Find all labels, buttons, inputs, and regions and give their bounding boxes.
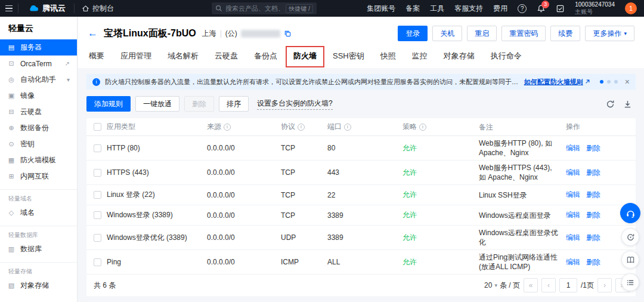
carousel-dot[interactable]	[600, 80, 603, 84]
info-icon[interactable]: i	[344, 124, 351, 131]
brand-logo[interactable]: 腾讯云	[18, 3, 74, 14]
row-checkbox[interactable]	[94, 191, 101, 199]
firewall-rules-help-link[interactable]: 如何配置防火墙规则	[524, 78, 590, 87]
row-checkbox[interactable]	[94, 258, 101, 266]
global-search[interactable]: 快捷键 /	[212, 2, 317, 14]
copy-icon[interactable]	[284, 30, 292, 38]
edit-link[interactable]: 编辑	[566, 190, 580, 200]
guide-button[interactable]	[621, 273, 639, 291]
first-page-button[interactable]: «	[524, 278, 538, 292]
download-icon[interactable]	[623, 100, 632, 109]
login-button[interactable]: 登录	[398, 26, 428, 41]
tab-app-management[interactable]: 应用管理	[120, 51, 151, 61]
hamburger-menu-icon[interactable]	[0, 0, 18, 17]
carousel-dot[interactable]	[614, 80, 618, 84]
refresh-icon[interactable]	[606, 100, 615, 109]
message-note-icon[interactable]	[556, 4, 565, 13]
edit-link[interactable]: 编辑	[566, 257, 580, 267]
delete-link[interactable]: 删除	[586, 233, 600, 243]
search-input[interactable]	[225, 5, 283, 12]
menu-tools[interactable]: 工具	[430, 4, 444, 14]
console-label: 控制台	[92, 4, 114, 14]
tab-backup-point[interactable]: 备份点	[254, 51, 277, 61]
next-page-button[interactable]: ›	[597, 278, 612, 292]
sidebar-item-backup[interactable]: ⊕ 数据备份	[0, 120, 77, 136]
region-label: 上海	[202, 29, 216, 39]
sidebar-item-key[interactable]: ⊙ 密钥	[0, 136, 77, 152]
help-icon[interactable]: ?	[518, 4, 527, 13]
carousel-dot[interactable]	[607, 80, 611, 84]
sidebar-item-domain[interactable]: ◇ 域名	[0, 205, 77, 221]
image-icon: ▣	[7, 92, 16, 100]
row-checkbox[interactable]	[94, 169, 101, 177]
renew-button[interactable]: 续费	[550, 26, 580, 41]
tab-ssh-key[interactable]: SSH密钥	[333, 51, 364, 61]
sidebar-item-private-network[interactable]: ⊞ 内网互联	[0, 168, 77, 184]
tab-overview[interactable]: 概要	[89, 51, 104, 61]
info-icon[interactable]: i	[224, 124, 231, 131]
cell-app-type: Ping	[107, 258, 207, 266]
close-icon[interactable]: ×	[625, 78, 630, 86]
menu-billing[interactable]: 费用	[493, 4, 507, 14]
table-row: HTTPS (443) 0.0.0.0/0 TCP 443 允许 Web服务HT…	[86, 161, 636, 185]
avatar[interactable]: 1	[625, 2, 637, 14]
prev-page-button[interactable]: ‹	[541, 278, 556, 292]
reset-password-button[interactable]: 重置密码	[501, 26, 546, 41]
tab-snapshot[interactable]: 快照	[380, 51, 396, 61]
add-rule-button[interactable]: 添加规则	[86, 96, 131, 112]
menu-support[interactable]: 客服支持	[454, 4, 483, 14]
sidebar-item-firewall-template[interactable]: ▦ 防火墙模板	[0, 152, 77, 168]
info-icon[interactable]: i	[419, 124, 426, 131]
open-all-button[interactable]: 一键放通	[135, 96, 179, 112]
edit-link[interactable]: 编辑	[566, 168, 580, 178]
tab-domain-resolution[interactable]: 域名解析	[168, 51, 199, 61]
notification-bell[interactable]: 3	[537, 4, 546, 13]
cell-remark: Windows远程桌面登录优化	[479, 228, 566, 247]
restart-button[interactable]: 重启	[467, 26, 497, 41]
support-chat-button[interactable]	[620, 203, 640, 223]
docs-button[interactable]	[621, 251, 639, 269]
account-info[interactable]: 100036247034 主账号	[575, 1, 615, 16]
current-page[interactable]: 1	[559, 278, 577, 292]
menu-icp[interactable]: 备案	[405, 4, 420, 14]
tab-cloud-disk[interactable]: 云硬盘	[215, 51, 238, 61]
page-size-select[interactable]: 20 ▾ 条 / 页	[484, 281, 520, 291]
sidebar-item-cloud-disk[interactable]: ⊟ 云硬盘	[0, 104, 77, 120]
storage-icon: ▧	[7, 282, 16, 289]
delete-link[interactable]: 删除	[586, 168, 600, 178]
back-arrow-icon[interactable]: ←	[88, 27, 98, 39]
tab-monitor[interactable]: 监控	[412, 51, 428, 61]
delete-link[interactable]: 删除	[586, 143, 600, 153]
edit-link[interactable]: 编辑	[566, 210, 580, 220]
sidebar-item-automation[interactable]: ◎ 自动化助手 ▾	[0, 72, 77, 88]
delete-button[interactable]: 删除	[184, 96, 214, 112]
sort-button[interactable]: 排序	[219, 96, 249, 112]
row-checkbox[interactable]	[94, 234, 101, 242]
delete-link[interactable]: 删除	[586, 190, 600, 200]
sidebar-item-label: 防火墙模板	[20, 155, 56, 165]
shutdown-button[interactable]: 关机	[432, 26, 462, 41]
tab-object-storage[interactable]: 对象存储	[444, 51, 475, 61]
select-all-checkbox[interactable]	[94, 123, 101, 131]
sidebar-item-object-storage[interactable]: ▧ 对象存储	[0, 278, 77, 294]
tab-firewall[interactable]: 防火墙	[293, 51, 317, 61]
row-checkbox[interactable]	[94, 144, 101, 152]
edit-link[interactable]: 编辑	[566, 233, 580, 243]
tab-run-command[interactable]: 执行命令	[491, 51, 522, 61]
edit-link[interactable]: 编辑	[566, 143, 580, 153]
multi-instance-firewall-link[interactable]: 设置多台实例的防火墙?	[257, 98, 333, 110]
sidebar-item-image[interactable]: ▣ 镜像	[0, 88, 77, 104]
info-icon[interactable]: i	[298, 124, 305, 131]
delete-link[interactable]: 删除	[586, 210, 600, 220]
row-checkbox[interactable]	[94, 211, 101, 219]
sidebar-item-database[interactable]: ▥ 数据库	[0, 241, 77, 257]
sidebar-item-orcaterm[interactable]: ⊡ OrcaTerm ↗	[0, 56, 77, 72]
sidebar-item-server[interactable]: ▤ 服务器	[0, 39, 77, 56]
menu-group-account[interactable]: 集团账号	[367, 4, 395, 14]
cell-source: 0.0.0.0/0	[207, 258, 281, 266]
feedback-button[interactable]	[621, 228, 639, 246]
meta-divider: |	[220, 29, 222, 38]
delete-link[interactable]: 删除	[586, 257, 600, 267]
console-link[interactable]: 控制台	[75, 4, 121, 14]
more-actions-button[interactable]: 更多操作 ▾	[585, 26, 634, 41]
